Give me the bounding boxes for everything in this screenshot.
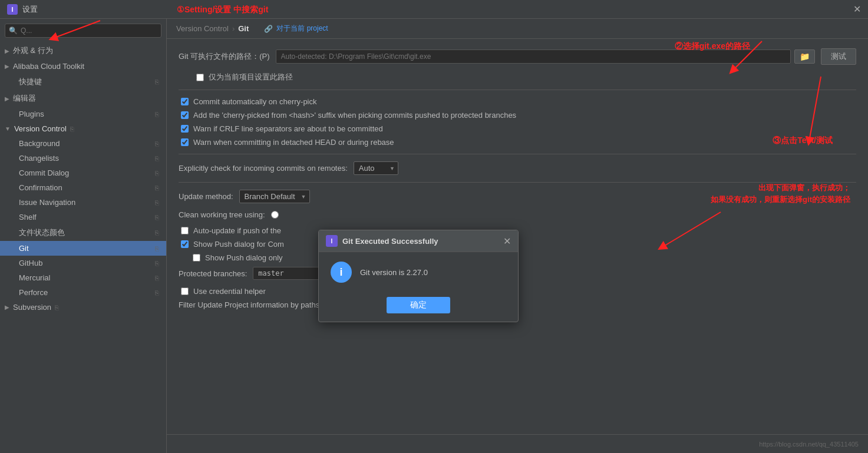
copy-icon: ⎘ (155, 78, 159, 85)
copy-icon: ⎘ (155, 140, 159, 147)
show-push-checkbox-2[interactable] (193, 254, 200, 262)
sidebar-item-file-status-color[interactable]: 文件状态颜色 ⎘ (0, 224, 166, 241)
update-method-label: Update method: (179, 192, 233, 201)
git-path-input[interactable] (276, 49, 791, 64)
update-method-row: Update method: Branch Default Merge Reba… (179, 190, 856, 203)
sidebar-item-shelf[interactable]: Shelf ⎘ (0, 210, 166, 224)
show-push-checkbox-1[interactable] (181, 240, 189, 248)
copy-icon: ⎘ (155, 155, 159, 162)
sidebar-item-issue-navigation[interactable]: Issue Navigation ⎘ (0, 195, 166, 210)
breadcrumb-separator: › (232, 24, 235, 33)
sidebar-item-label: GitHub (19, 259, 42, 267)
modal-close-button[interactable]: ✕ (503, 236, 511, 247)
modal-app-icon: I (326, 235, 338, 247)
window-title: 设置 (22, 4, 38, 15)
close-button[interactable]: ✕ (853, 4, 861, 15)
divider-2 (179, 154, 856, 154)
copy-icon: ⎘ (155, 214, 159, 221)
show-push-label-2: Show Push dialog only (205, 253, 283, 262)
copy-icon: ⎘ (155, 170, 159, 177)
checkbox-label-2: Add the 'cherry-picked from <hash>' suff… (193, 111, 516, 120)
copy-icon: ⎘ (155, 184, 159, 191)
git-path-row: Git 可执行文件的路径：(P) 📁 测试 (179, 48, 856, 65)
auto-update-label: Auto-update if push of the (193, 226, 281, 235)
sidebar-item-label: Changelists (19, 154, 59, 163)
sidebar-item-changelists[interactable]: Changelists ⎘ (0, 151, 166, 166)
sidebar-item-editor[interactable]: ▶ 编辑器 (0, 90, 166, 107)
incoming-commits-label: Explicitly check for incoming commits on… (179, 164, 348, 173)
copy-icon: ⎘ (155, 199, 159, 206)
clean-radio[interactable] (271, 211, 279, 219)
modal-dialog: I Git Executed Successfully ✕ i Git vers… (318, 230, 519, 322)
search-input[interactable] (5, 24, 161, 38)
only-current-label: 仅为当前项目设置此路径 (209, 72, 293, 82)
sidebar-item-shortcuts[interactable]: 快捷键 ⎘ (0, 74, 166, 90)
sidebar-item-commit-dialog[interactable]: Commit Dialog ⎘ (0, 166, 166, 180)
sidebar-item-appearance[interactable]: ▶ 外观 & 行为 (0, 42, 166, 59)
breadcrumb-project-link[interactable]: 对于当前 project (276, 24, 328, 34)
folder-button[interactable]: 📁 (794, 49, 815, 64)
sidebar-item-label: Version Control (14, 124, 67, 133)
copy-icon: ⎘ (155, 289, 159, 296)
only-current-checkbox[interactable] (196, 74, 204, 81)
update-method-select[interactable]: Branch Default Merge Rebase (239, 190, 310, 203)
sidebar-item-alibaba[interactable]: ▶ Alibaba Cloud Toolkit (0, 59, 166, 74)
modal-body: i Git version is 2.27.0 (319, 252, 518, 292)
checkbox-row-4: Warn when committing in detached HEAD or… (179, 138, 856, 147)
sidebar-item-label: Git (19, 244, 29, 253)
incoming-commits-select[interactable]: Auto Always Never (354, 161, 398, 175)
sidebar-item-plugins[interactable]: Plugins ⎘ (0, 107, 166, 121)
sidebar-item-label: Perforce (19, 288, 48, 297)
incoming-dropdown-wrap: Auto Always Never (354, 161, 398, 175)
sidebar-item-label: Mercurial (19, 273, 50, 282)
modal-message: Git version is 2.27.0 (360, 268, 428, 277)
expand-arrow-down: ▼ (5, 125, 11, 132)
checkbox-detached-head[interactable] (181, 138, 189, 146)
modal-footer: 确定 (319, 292, 518, 322)
sidebar-item-version-control[interactable]: ▼ Version Control ⎘ (0, 121, 166, 136)
test-button[interactable]: 测试 (821, 48, 856, 65)
sidebar-item-label: 文件状态颜色 (19, 227, 65, 238)
sidebar-item-confirmation[interactable]: Confirmation ⎘ (0, 180, 166, 195)
breadcrumb-parent: Version Control (176, 24, 229, 33)
sidebar-item-label: Commit Dialog (19, 168, 69, 177)
checkbox-label-3: Warn if CRLF line separators are about t… (193, 124, 383, 133)
checkbox-cherry-pick[interactable] (181, 98, 189, 105)
checkbox-row-3: Warn if CRLF line separators are about t… (179, 124, 856, 133)
clean-working-tree-label: Clean working tree using: (179, 210, 265, 219)
checkbox-label-1: Commit automatically on cherry-pick (193, 97, 317, 106)
checkbox-hash-suffix[interactable] (181, 111, 189, 119)
search-icon: 🔍 (9, 27, 18, 35)
sidebar-item-label: Background (19, 139, 60, 148)
copy-icon: ⎘ (155, 111, 159, 118)
copy-icon: ⎘ (155, 229, 159, 236)
auto-update-checkbox[interactable] (181, 227, 189, 234)
sidebar-item-perforce[interactable]: Perforce ⎘ (0, 285, 166, 300)
sidebar-item-label: Alibaba Cloud Toolkit (13, 62, 84, 71)
copy-icon: ⎘ (70, 125, 74, 133)
protected-branches-label: Protected branches: (179, 269, 247, 278)
sidebar-item-git[interactable]: Git ⎘ (0, 241, 166, 256)
modal-title: Git Executed Successfully (342, 237, 438, 246)
breadcrumb-project-icon: 🔗 (264, 25, 273, 33)
credential-checkbox[interactable] (181, 287, 189, 295)
sidebar-item-github[interactable]: GitHub ⎘ (0, 256, 166, 270)
credential-label: Use credential helper (193, 287, 266, 296)
sidebar-item-background[interactable]: Background ⎘ (0, 136, 166, 151)
expand-arrow: ▶ (5, 304, 9, 310)
git-path-label: Git 可执行文件的路径：(P) (179, 51, 270, 62)
ok-button[interactable]: 确定 (387, 297, 450, 313)
checkbox-row-2: Add the 'cherry-picked from <hash>' suff… (179, 111, 856, 120)
checkbox-crlf[interactable] (181, 125, 189, 133)
sidebar-item-label: Shelf (19, 213, 37, 221)
expand-arrow: ▶ (5, 95, 9, 102)
sidebar-item-subversion[interactable]: ▶ Subversion ⎘ (0, 300, 166, 315)
search-box: 🔍 (5, 24, 161, 38)
copy-icon: ⎘ (55, 304, 59, 311)
expand-arrow: ▶ (5, 48, 9, 54)
sidebar-item-label: 快捷键 (19, 77, 42, 87)
sidebar-item-label: Issue Navigation (19, 198, 75, 207)
sidebar-item-label: Confirmation (19, 183, 62, 192)
sidebar-item-mercurial[interactable]: Mercurial ⎘ (0, 270, 166, 285)
sidebar-item-label: Subversion (13, 303, 51, 312)
